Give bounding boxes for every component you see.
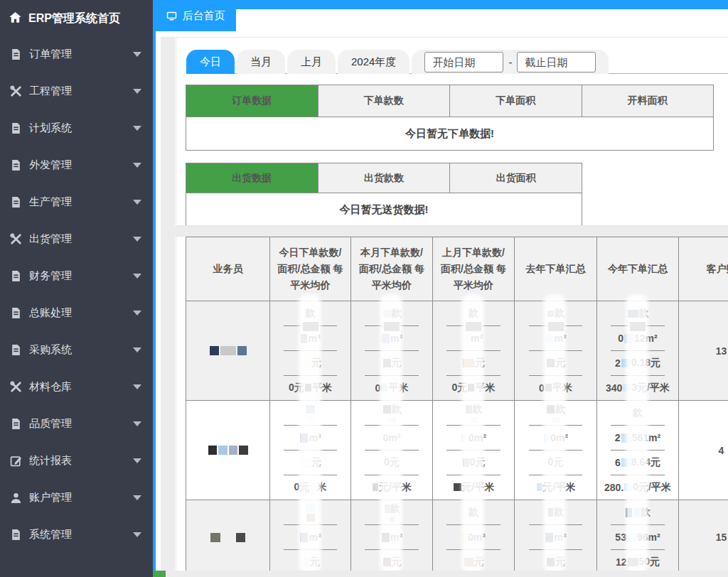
filter-bar: 今日当月上月2024年度- — [186, 50, 728, 74]
section-header-cell[interactable]: 下单款数 — [318, 85, 450, 117]
cell-text: 0.18元 — [631, 357, 660, 370]
section-header-cell[interactable]: 出货款数 — [318, 163, 450, 193]
cell-text: 平米 — [552, 382, 572, 394]
cell-text: 款 — [554, 506, 564, 519]
sidebar-item-6[interactable]: 出货管理 — [0, 220, 153, 257]
sidebar-item-label: 订单管理 — [29, 48, 133, 61]
cell-text: 2 — [615, 432, 621, 443]
cell-text: m² — [554, 532, 566, 543]
report-value-cell: 68.64元 — [597, 451, 679, 475]
start-date-input[interactable] — [424, 52, 503, 72]
sidebar-home[interactable]: ERP管理系统首页 — [0, 0, 153, 33]
redaction-block — [548, 508, 553, 517]
scrollbar-thumb[interactable] — [153, 571, 166, 577]
report-value-cell: 0元米 — [270, 475, 351, 500]
filter-tab-2[interactable]: 当月 — [237, 50, 285, 74]
redaction-block — [621, 359, 631, 367]
report-value-cell: 款 — [433, 301, 515, 326]
sidebar-item-1[interactable]: 订单管理 — [0, 36, 153, 72]
sidebar-item-2[interactable]: 工程管理 — [0, 72, 153, 109]
redaction-block — [466, 322, 481, 331]
cell-text: 款 — [555, 403, 565, 416]
redaction-block — [382, 533, 390, 542]
report-value-cell: 元 — [433, 351, 515, 376]
salesperson-name-cell — [186, 500, 270, 571]
cell-text: 款 — [392, 403, 402, 416]
report-value-cell: 款 — [597, 301, 679, 326]
file-icon — [9, 306, 22, 319]
sidebar-item-12[interactable]: 统计报表 — [0, 442, 153, 479]
redaction-block — [463, 359, 474, 367]
sidebar-item-4[interactable]: 外发管理 — [0, 146, 153, 183]
cell-text: 0 — [618, 333, 623, 344]
report-value-cell: 款 — [351, 301, 433, 326]
redaction-block — [382, 334, 390, 343]
end-date-input[interactable] — [517, 52, 596, 72]
section-header-cell[interactable]: 出货面积 — [450, 163, 582, 193]
tools-icon — [9, 232, 22, 245]
cell-text: 元 — [392, 357, 402, 370]
filter-tab-4[interactable]: 2024年度 — [338, 50, 410, 74]
report-value-cell: 2561m² — [597, 426, 679, 451]
file-icon — [9, 122, 22, 134]
sidebar-item-3[interactable]: 计划系统 — [0, 109, 153, 146]
report-value-cell: 0m² — [351, 426, 433, 451]
salesperson-report-table: 业务员今日下单款数/面积/总金额 每平米均价本月下单款数/面积/总金额 每平米均… — [186, 237, 728, 571]
report-header-cell: 本月下单款数/面积/总金额 每平米均价 — [351, 237, 433, 301]
report-value-cell: 280.0元/平米 — [597, 475, 679, 500]
cell-text: 3元/平米 — [631, 382, 670, 394]
cell-text: 款 — [469, 506, 478, 519]
cell-text: 款 — [641, 506, 651, 519]
redaction-block — [464, 558, 473, 566]
redaction-block — [552, 417, 560, 423]
chevron-down-icon — [133, 347, 141, 352]
chevron-down-icon — [133, 311, 141, 316]
sidebar-item-14[interactable]: 系统管理 — [0, 516, 153, 553]
cell-text: 0元 — [289, 382, 304, 394]
report-value-cell: 元/平米 — [351, 475, 433, 500]
file-icon — [9, 343, 22, 356]
report-value-cell: 0元平米 — [433, 376, 515, 401]
sidebar-item-13[interactable]: 账户管理 — [0, 479, 153, 516]
horizontal-scrollbar[interactable] — [159, 571, 728, 577]
sidebar-item-10[interactable]: 材料仓库 — [0, 368, 153, 405]
report-value-cell: 款 — [351, 500, 433, 525]
file-icon — [9, 158, 22, 171]
redaction-block — [547, 359, 555, 367]
filter-tab-1[interactable]: 今日 — [186, 50, 235, 74]
report-value-cell: 0平米 — [515, 376, 597, 401]
tools-icon — [9, 85, 22, 97]
sidebar-item-5[interactable]: 生产管理 — [0, 183, 153, 220]
redaction-block — [545, 384, 552, 392]
report-header-cell: 今年下单汇总 — [597, 237, 679, 301]
redaction-block — [388, 417, 396, 423]
sidebar-item-11[interactable]: 品质管理 — [0, 405, 153, 442]
redaction-block — [229, 446, 237, 455]
redaction-block — [383, 359, 391, 367]
summary-panel: 今日当月上月2024年度- 订单数据下单款数下单面积开料面积 今日暂无下单数据!… — [176, 37, 728, 226]
cell-text: 0元/平米 — [633, 481, 671, 494]
section-title-cell[interactable]: 出货数据 — [186, 163, 318, 193]
left-gutter — [161, 37, 175, 571]
sidebar-item-9[interactable]: 采购系统 — [0, 331, 153, 368]
chevron-down-icon — [133, 200, 141, 205]
redaction-block — [545, 334, 553, 343]
section-header-cell[interactable]: 下单面积 — [450, 85, 582, 117]
section-header-cell[interactable]: 开料面积 — [582, 85, 714, 117]
redaction-block — [466, 405, 472, 414]
report-value-cell: 5396m² — [597, 525, 679, 550]
report-value-cell: m² — [270, 525, 351, 550]
report-value-cell: 3403元/平米 — [597, 376, 679, 401]
home-icon — [9, 11, 22, 27]
sidebar-item-8[interactable]: 总账处理 — [0, 294, 153, 331]
cell-text: 0 — [375, 382, 381, 394]
filter-tab-3[interactable]: 上月 — [287, 50, 336, 74]
customer-count-cell: 15 — [679, 500, 728, 571]
report-value-cell: 0元 — [351, 451, 433, 475]
tab-backend-home[interactable]: 后台首页 — [155, 0, 236, 31]
cell-text: m² — [471, 333, 483, 344]
salesperson-name-cell — [186, 301, 270, 401]
sidebar: ERP管理系统首页 订单管理工程管理计划系统外发管理生产管理出货管理财务管理总账… — [0, 0, 153, 577]
section-title-cell[interactable]: 订单数据 — [186, 85, 318, 117]
sidebar-item-7[interactable]: 财务管理 — [0, 257, 153, 294]
